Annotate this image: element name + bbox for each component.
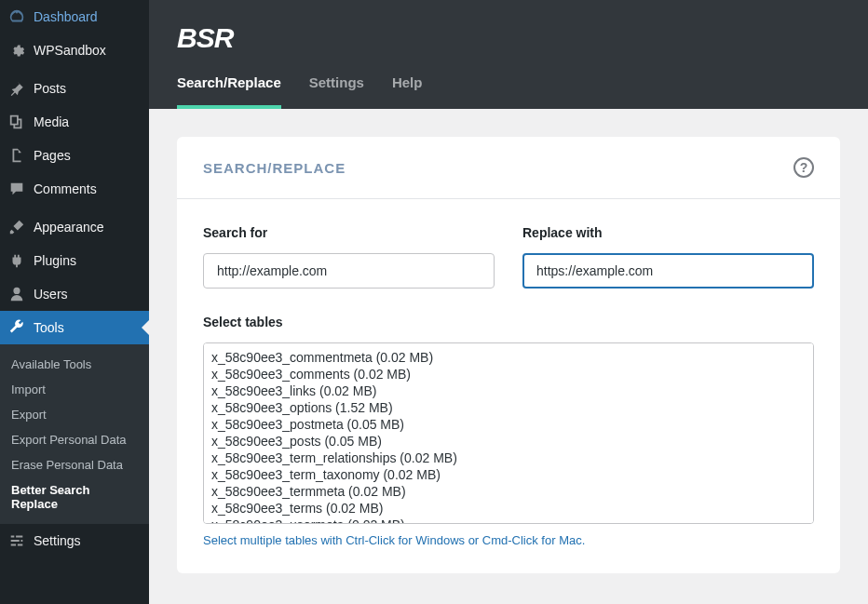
sidebar-item-appearance[interactable]: Appearance [0,210,149,244]
card-body: Search for Replace with Select tables x_… [177,199,840,573]
sidebar-item-label: Settings [34,533,81,548]
tables-hint: Select multiple tables with Ctrl-Click f… [203,533,814,547]
submenu-import[interactable]: Import [0,377,149,402]
replace-with-label: Replace with [522,225,814,240]
tab-help[interactable]: Help [392,74,423,109]
sidebar-item-pages[interactable]: Pages [0,139,149,172]
sidebar-item-posts[interactable]: Posts [0,72,149,105]
pin-icon [7,79,26,98]
search-replace-card: SEARCH/REPLACE ? Search for Replace with… [177,137,840,573]
table-option[interactable]: x_58c90ee3_links (0.02 MB) [211,383,806,399]
brush-icon [7,218,26,236]
tools-submenu: Available Tools Import Export Export Per… [0,344,149,524]
wrench-icon [7,318,26,337]
replace-with-input[interactable] [522,253,814,289]
table-option[interactable]: x_58c90ee3_comments (0.02 MB) [211,366,806,383]
card-title: SEARCH/REPLACE [203,160,346,176]
plugin-header: BSR Search/Replace Settings Help [149,0,868,109]
sidebar-item-label: Dashboard [34,9,98,24]
sidebar-item-label: Appearance [34,220,104,235]
table-option[interactable]: x_58c90ee3_posts (0.05 MB) [211,433,806,450]
select-tables-label: Select tables [203,315,814,329]
sidebar-item-dashboard[interactable]: Dashboard [0,0,149,34]
sidebar-item-label: WPSandbox [34,43,106,58]
help-icon[interactable]: ? [793,157,814,178]
search-for-input[interactable] [203,253,495,289]
sidebar-item-label: Tools [34,320,64,335]
search-for-label: Search for [203,225,495,240]
tables-select[interactable]: x_58c90ee3_commentmeta (0.02 MB)x_58c90e… [203,342,814,524]
gear-icon [7,41,26,60]
content-area: SEARCH/REPLACE ? Search for Replace with… [149,109,868,604]
sidebar-item-label: Pages [34,148,71,163]
submenu-better-search-replace[interactable]: Better Search Replace [0,477,149,517]
media-icon [7,113,26,131]
bsr-logo: BSR [177,22,233,54]
main-content: BSR Search/Replace Settings Help SEARCH/… [149,0,868,604]
table-option[interactable]: x_58c90ee3_options (1.52 MB) [211,399,806,416]
table-option[interactable]: x_58c90ee3_term_taxonomy (0.02 MB) [211,466,806,483]
table-option[interactable]: x_58c90ee3_termmeta (0.02 MB) [211,483,806,500]
comments-icon [7,180,26,198]
sidebar-item-plugins[interactable]: Plugins [0,244,149,277]
sidebar-item-label: Comments [34,181,97,196]
submenu-available-tools[interactable]: Available Tools [0,352,149,377]
submenu-export-personal-data[interactable]: Export Personal Data [0,427,149,452]
table-option[interactable]: x_58c90ee3_term_relationships (0.02 MB) [211,450,806,466]
tab-row: Search/Replace Settings Help [177,74,840,109]
submenu-export[interactable]: Export [0,402,149,427]
table-option[interactable]: x_58c90ee3_usermeta (0.02 MB) [211,517,806,524]
sidebar-item-wpsandbox[interactable]: WPSandbox [0,34,149,67]
tab-search-replace[interactable]: Search/Replace [177,74,281,109]
tab-settings[interactable]: Settings [309,74,364,109]
user-icon [7,285,26,303]
plug-icon [7,251,26,270]
sidebar-item-label: Posts [34,81,66,96]
sidebar-item-label: Media [34,114,69,129]
card-header: SEARCH/REPLACE ? [177,137,840,199]
sidebar-item-media[interactable]: Media [0,105,149,139]
submenu-erase-personal-data[interactable]: Erase Personal Data [0,452,149,477]
table-option[interactable]: x_58c90ee3_commentmeta (0.02 MB) [211,349,806,366]
sidebar-item-comments[interactable]: Comments [0,172,149,206]
sidebar-item-users[interactable]: Users [0,277,149,311]
sidebar-item-settings[interactable]: Settings [0,524,149,557]
table-option[interactable]: x_58c90ee3_terms (0.02 MB) [211,500,806,517]
sidebar-item-label: Users [34,287,68,302]
admin-sidebar: Dashboard WPSandbox Posts Media Pages Co… [0,0,149,604]
sidebar-item-label: Plugins [34,253,76,268]
table-option[interactable]: x_58c90ee3_postmeta (0.05 MB) [211,416,806,433]
sidebar-item-tools[interactable]: Tools [0,311,149,344]
sliders-icon [7,531,26,550]
pages-icon [7,146,26,165]
dashboard-icon [7,7,26,26]
